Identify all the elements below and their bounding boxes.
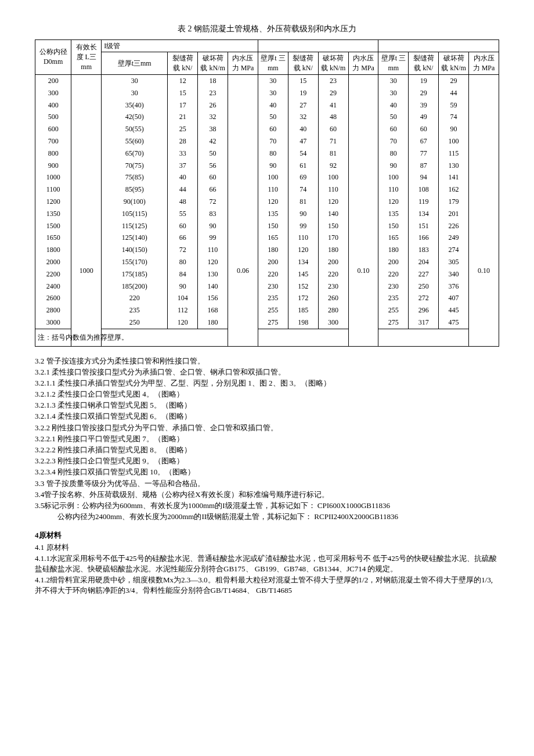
cell-b2: 300	[318, 316, 348, 329]
cell-b2: 41	[318, 99, 348, 111]
cell-t2: 200	[258, 256, 288, 268]
cell-b3: 90	[439, 123, 469, 135]
paragraph: 4.1.1水泥宜采用标号不低于425号的硅酸盐水泥、普通硅酸盐水泥或矿渣硅酸盐水…	[35, 553, 499, 574]
paragraph: 3.4管子按名称、外压荷载级别、规格（公称内径X有效长度）和标准编号顺序进行标记…	[35, 489, 499, 500]
cell-c3: 227	[409, 268, 439, 280]
cell-b2: 140	[318, 208, 348, 220]
paragraph: 3.5标记示例：公称内径为600mm、有效长度为1000mm的I级混凝土管，其标…	[35, 501, 499, 511]
cell-b2: 180	[318, 244, 348, 256]
cell-b2: 29	[318, 87, 348, 99]
cell-c3: 119	[409, 196, 439, 208]
cell-d0: 1500	[35, 220, 71, 232]
cell-t3: 30	[378, 87, 409, 99]
cell-b3: 141	[439, 171, 469, 183]
cell-t1: 185(200)	[102, 280, 168, 293]
cell-c2: 152	[288, 280, 318, 293]
cell-c1: 28	[168, 135, 198, 147]
cell-c2: 47	[288, 135, 318, 147]
cell-d0: 900	[35, 160, 71, 172]
cell-c3: 29	[409, 87, 439, 99]
cell-t1: 85(95)	[102, 183, 168, 196]
cell-d0: 2000	[35, 256, 71, 268]
cell-t3: 40	[378, 99, 409, 111]
cell-b1: 180	[198, 316, 228, 329]
table-row: 70055(60)28427047717067100	[35, 135, 499, 147]
table-note: 注：括号内数值为推荐壁厚。	[35, 329, 499, 346]
cell-l-empty	[71, 74, 102, 195]
header-pressure3: 内水压力 MPa	[469, 52, 499, 75]
cell-b3: 59	[439, 99, 469, 111]
cell-t1: 90(100)	[102, 196, 168, 208]
cell-c1: 60	[168, 220, 198, 232]
header-l: 有效长度 L三mm	[71, 39, 102, 74]
cell-b3: 179	[439, 196, 469, 208]
cell-c2: 81	[288, 196, 318, 208]
cell-d0: 2600	[35, 292, 71, 304]
cell-b2: 60	[318, 123, 348, 135]
cell-p3-empty	[469, 74, 499, 195]
cell-t2: 220	[258, 268, 288, 280]
cell-c2: 74	[288, 183, 318, 196]
cell-c1: 104	[168, 292, 198, 304]
header-crack3: 裂缝荷载 kN/	[409, 52, 439, 75]
cell-t1: 140(150)	[102, 244, 168, 256]
cell-b1: 90	[198, 220, 228, 232]
cell-b1: 72	[198, 196, 228, 208]
table-row: 100075(85)40601006910010094141	[35, 171, 499, 183]
cell-c2: 90	[288, 208, 318, 220]
cell-t3: 135	[378, 208, 409, 220]
header-grade3	[378, 39, 499, 52]
table-row: 90070(75)37569061929087130	[35, 160, 499, 172]
cell-b3: 162	[439, 183, 469, 196]
cell-d0: 400	[35, 99, 71, 111]
table-row: 2000155(170)80120200134200200204305	[35, 256, 499, 268]
cell-b1: 38	[198, 123, 228, 135]
header-t2: 壁厚t 三 mm	[258, 52, 288, 75]
cell-t3: 275	[378, 316, 409, 329]
cell-c3: 151	[409, 220, 439, 232]
cell-c3: 183	[409, 244, 439, 256]
cell-t3: 100	[378, 171, 409, 183]
paragraph: 3.2.3.4 刚性接口双插口管型式见图 10。（图略）	[35, 467, 499, 477]
cell-t2: 135	[258, 208, 288, 220]
cell-b3: 340	[439, 268, 469, 280]
cell-t3: 200	[378, 256, 409, 268]
cell-b1: 60	[198, 171, 228, 183]
cell-c1: 112	[168, 304, 198, 316]
cell-b1: 23	[198, 87, 228, 99]
cell-b2: 200	[318, 256, 348, 268]
header-grade1: I级管	[102, 39, 258, 52]
cell-p1-empty	[228, 74, 258, 195]
cell-d0: 3000	[35, 316, 71, 329]
cell-d0: 300	[35, 87, 71, 99]
spec-table: 公称内径 D0mm 有效长度 L三mm I级管 壁厚t三mm 裂缝荷载 kN/ …	[35, 39, 499, 347]
paragraph-indent: 公称内径为2400mm、有效长度为2000mm的II级钢筋混凝土管，其标记如下：…	[35, 512, 499, 522]
cell-b3: 44	[439, 87, 469, 99]
table-row: 1500115(125)609015099150150151226	[35, 220, 499, 232]
cell-c1: 66	[168, 232, 198, 244]
cell-b2: 230	[318, 280, 348, 293]
header-break1: 破坏荷载 kN/m	[198, 52, 228, 75]
cell-t2: 100	[258, 171, 288, 183]
header-crack1: 裂缝荷载 kN/	[168, 52, 198, 75]
cell-t3: 30	[378, 74, 409, 87]
cell-t2: 70	[258, 135, 288, 147]
cell-c1: 37	[168, 160, 198, 172]
cell-c3: 204	[409, 256, 439, 268]
header-grade2	[258, 39, 378, 52]
cell-b1: 120	[198, 256, 228, 268]
cell-c3: 296	[409, 304, 439, 316]
cell-b2: 260	[318, 292, 348, 304]
cell-b3: 305	[439, 256, 469, 268]
cell-t3: 70	[378, 135, 409, 147]
cell-b3: 274	[439, 244, 469, 256]
cell-p2-empty	[348, 74, 378, 195]
cell-c3: 87	[409, 160, 439, 172]
cell-c3: 108	[409, 183, 439, 196]
cell-b1: 140	[198, 280, 228, 293]
cell-l-value: 1000	[71, 196, 102, 346]
cell-t3: 255	[378, 304, 409, 316]
cell-c1: 48	[168, 196, 198, 208]
cell-d0: 700	[35, 135, 71, 147]
cell-t1: 235	[102, 304, 168, 316]
